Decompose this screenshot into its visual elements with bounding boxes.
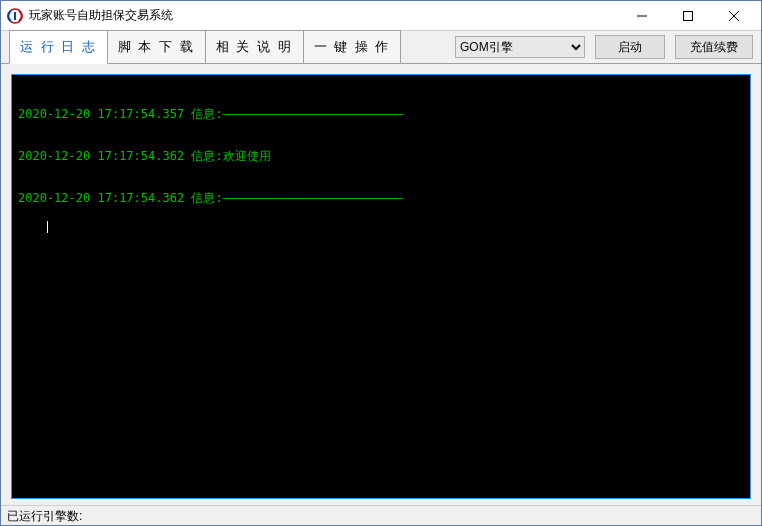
app-icon <box>7 8 23 24</box>
log-line: 2020-12-20 17:17:54.362 信息:欢迎使用 <box>18 149 744 163</box>
titlebar: 玩家账号自助担保交易系统 <box>1 1 761 31</box>
window-controls <box>619 1 757 31</box>
tab-related-info[interactable]: 相 关 说 明 <box>205 30 304 63</box>
tab-one-click[interactable]: 一 键 操 作 <box>303 30 402 63</box>
tab-script-download[interactable]: 脚 本 下 载 <box>107 30 206 63</box>
svg-rect-2 <box>684 11 693 20</box>
log-console[interactable]: 2020-12-20 17:17:54.357 信息:—————————————… <box>11 74 751 499</box>
statusbar: 已运行引擎数: <box>1 505 761 526</box>
tab-strip: 运 行 日 志 脚 本 下 载 相 关 说 明 一 键 操 作 <box>9 30 455 63</box>
recharge-button[interactable]: 充值续费 <box>675 35 753 59</box>
start-button[interactable]: 启动 <box>595 35 665 59</box>
maximize-button[interactable] <box>665 1 711 31</box>
log-line: 2020-12-20 17:17:54.357 信息:—————————————… <box>18 107 744 121</box>
minimize-button[interactable] <box>619 1 665 31</box>
window-title: 玩家账号自助担保交易系统 <box>29 7 619 24</box>
svg-rect-1 <box>14 12 16 20</box>
engine-select[interactable]: GOM引擎 <box>455 36 585 58</box>
tab-run-log[interactable]: 运 行 日 志 <box>9 30 108 64</box>
text-cursor <box>47 221 48 233</box>
close-button[interactable] <box>711 1 757 31</box>
log-line: 2020-12-20 17:17:54.362 信息:—————————————… <box>18 191 744 205</box>
status-label: 已运行引擎数: <box>7 508 82 525</box>
toolbar-right: GOM引擎 启动 充值续费 <box>455 35 753 63</box>
content-area: 2020-12-20 17:17:54.357 信息:—————————————… <box>1 63 761 505</box>
toolbar: 运 行 日 志 脚 本 下 载 相 关 说 明 一 键 操 作 GOM引擎 启动… <box>1 31 761 63</box>
